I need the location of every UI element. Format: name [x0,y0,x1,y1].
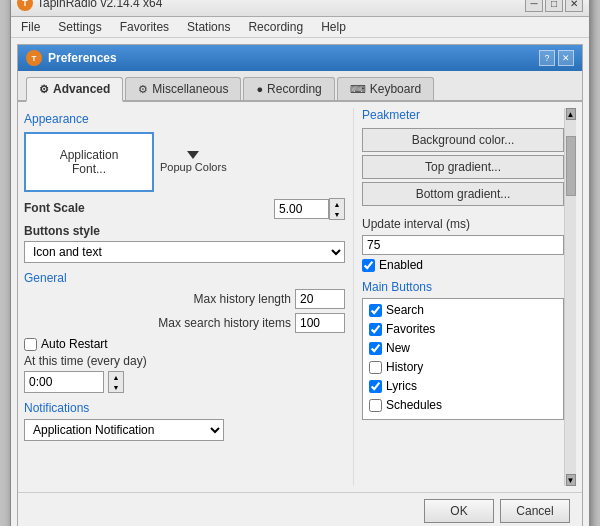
time-down[interactable]: ▼ [109,382,123,392]
menubar: File Settings Favorites Stations Recordi… [11,17,589,38]
tab-recording[interactable]: ● Recording [243,77,334,100]
menu-stations[interactable]: Stations [183,19,234,35]
title-bar: T TapinRadio v2.14.4 x64 ─ □ ✕ [11,0,589,17]
popup-colors-label: Popup Colors [160,161,227,173]
lyrics-label: Lyrics [386,379,417,393]
top-gradient-button[interactable]: Top gradient... [362,155,564,179]
at-time-row: ▲ ▼ [24,371,345,393]
background-color-button[interactable]: Background color... [362,128,564,152]
menu-recording[interactable]: Recording [244,19,307,35]
history-label: History [386,360,423,374]
lyrics-checkbox[interactable] [369,380,382,393]
new-label: New [386,341,410,355]
enabled-row: Enabled [362,258,564,272]
scroll-up-arrow[interactable]: ▲ [566,108,576,120]
time-up[interactable]: ▲ [109,372,123,382]
tab-miscellaneous[interactable]: ⚙ Miscellaneous [125,77,241,100]
max-history-input[interactable] [295,289,345,309]
help-button[interactable]: ? [539,50,555,66]
general-title: General [24,271,345,285]
auto-restart-row: Auto Restart [24,337,345,351]
menu-help[interactable]: Help [317,19,350,35]
menu-favorites[interactable]: Favorites [116,19,173,35]
cancel-button[interactable]: Cancel [500,499,570,523]
buttons-style-label: Buttons style [24,224,345,238]
scroll-down-arrow[interactable]: ▼ [566,474,576,486]
buttons-style-select[interactable]: Icon and text [24,241,345,263]
recording-tab-icon: ● [256,83,263,95]
right-panel: Peakmeter Background color... Top gradie… [354,108,564,486]
tab-keyboard[interactable]: ⌨ Keyboard [337,77,434,100]
application-font-button[interactable]: ApplicationFont... [24,132,154,192]
dialog-title-text: Preferences [48,51,117,65]
main-buttons-title: Main Buttons [362,280,564,294]
main-window: T TapinRadio v2.14.4 x64 ─ □ ✕ File Sett… [10,0,590,526]
main-buttons-list: Search Favorites New History [362,298,564,420]
app-icon: T [17,0,33,11]
max-history-label: Max history length [24,292,291,306]
max-search-label: Max search history items [24,316,291,330]
max-search-input[interactable] [295,313,345,333]
maximize-button[interactable]: □ [545,0,563,12]
main-buttons-section: Main Buttons Search Favorites New [362,280,564,420]
popup-colors-button[interactable]: Popup Colors [160,151,227,173]
tab-keyboard-label: Keyboard [370,82,421,96]
font-scale-up[interactable]: ▲ [330,199,344,209]
enabled-label: Enabled [379,258,423,272]
search-checkbox[interactable] [369,304,382,317]
content-area: Appearance ApplicationFont... Popup Colo… [18,102,582,492]
schedules-label: Schedules [386,398,442,412]
close-window-button[interactable]: ✕ [565,0,583,12]
history-checkbox[interactable] [369,361,382,374]
font-scale-spinner: ▲ ▼ [329,198,345,220]
list-item: Schedules [369,398,557,412]
title-bar-controls: ─ □ ✕ [525,0,583,12]
max-search-row: Max search history items [24,313,345,333]
time-input[interactable] [24,371,104,393]
search-label: Search [386,303,424,317]
ok-button[interactable]: OK [424,499,494,523]
minimize-button[interactable]: ─ [525,0,543,12]
bottom-gradient-button[interactable]: Bottom gradient... [362,182,564,206]
window-title: TapinRadio v2.14.4 x64 [37,0,162,10]
tab-advanced-label: Advanced [53,82,110,96]
font-scale-label: Font Scale [24,201,85,215]
tab-recording-label: Recording [267,82,322,96]
dialog-footer: OK Cancel [18,492,582,526]
new-checkbox[interactable] [369,342,382,355]
dialog-title-left: T Preferences [26,50,117,66]
menu-settings[interactable]: Settings [54,19,105,35]
schedules-checkbox[interactable] [369,399,382,412]
list-item: New [369,341,557,355]
list-item: Lyrics [369,379,557,393]
font-scale-down[interactable]: ▼ [330,209,344,219]
font-scale-row: Font Scale ▲ ▼ [24,198,345,220]
list-item: Search [369,303,557,317]
misc-tab-icon: ⚙ [138,83,148,96]
dialog-icon: T [26,50,42,66]
general-section: General Max history length Max search hi… [24,271,345,393]
update-interval-input[interactable] [362,235,564,255]
menu-file[interactable]: File [17,19,44,35]
update-interval-title: Update interval (ms) [362,217,564,231]
favorites-label: Favorites [386,322,435,336]
auto-restart-checkbox[interactable] [24,338,37,351]
popup-arrow-icon [187,151,199,159]
list-item: History [369,360,557,374]
left-panel: Appearance ApplicationFont... Popup Colo… [24,108,354,486]
favorites-checkbox[interactable] [369,323,382,336]
update-interval-section: Update interval (ms) Enabled [362,217,564,272]
auto-restart-label: Auto Restart [41,337,108,351]
list-item: Favorites [369,322,557,336]
at-time-label: At this time (every day) [24,354,345,368]
close-dialog-button[interactable]: ✕ [558,50,574,66]
notifications-section: Notifications Application Notification [24,401,345,441]
appearance-controls: ApplicationFont... Popup Colors [24,132,345,192]
font-scale-input[interactable] [274,199,329,219]
notification-select[interactable]: Application Notification [24,419,224,441]
enabled-checkbox[interactable] [362,259,375,272]
tab-advanced[interactable]: ⚙ Advanced [26,77,123,102]
tab-bar: ⚙ Advanced ⚙ Miscellaneous ● Recording ⌨… [18,71,582,102]
scrollbar[interactable]: ▲ ▼ [564,108,576,486]
scroll-thumb[interactable] [566,136,576,196]
